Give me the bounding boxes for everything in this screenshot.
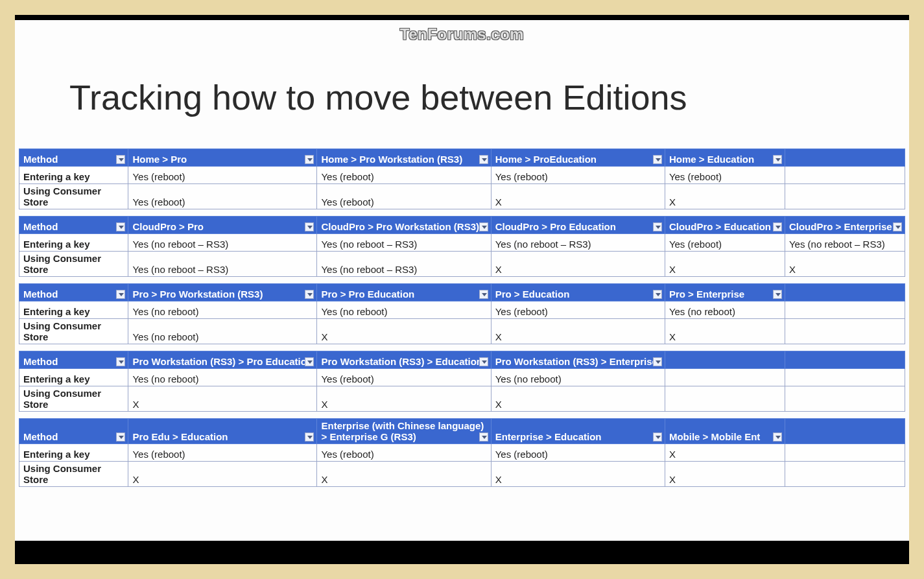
col-header[interactable]: Enterprise (with Chinese language) > Ent…	[317, 419, 491, 444]
filter-dropdown-icon[interactable]	[116, 222, 125, 231]
filter-dropdown-icon[interactable]	[116, 290, 125, 299]
cell: Yes (reboot)	[665, 234, 785, 252]
col-header[interactable]: Pro Workstation (RS3) > Enterprise	[491, 351, 665, 369]
col-header[interactable]: Pro Workstation (RS3) > Pro Education	[128, 351, 317, 369]
col-header[interactable]: CloudPro > Pro Education	[491, 217, 665, 234]
cell: X	[128, 386, 317, 412]
col-header[interactable]: CloudPro > Pro Workstation (RS3)	[317, 217, 491, 234]
cell: Yes (reboot)	[317, 444, 491, 462]
cell: X	[665, 319, 785, 344]
table-row: Using Consumer StoreYes (no reboot)XXX	[19, 319, 905, 344]
col-label: Pro Edu > Education	[132, 431, 228, 442]
col-header[interactable]: Pro Edu > Education	[128, 419, 317, 444]
cell: Yes (no reboot)	[317, 301, 491, 319]
col-method[interactable]: Method	[19, 284, 128, 301]
col-label: Method	[23, 356, 58, 367]
cell: X	[665, 252, 785, 277]
filter-dropdown-icon[interactable]	[479, 155, 488, 164]
cell	[785, 462, 905, 487]
col-header[interactable]: Home > Pro	[128, 149, 317, 167]
cell: X	[665, 444, 785, 462]
cell: Yes (no reboot – RS3)	[491, 234, 665, 252]
cell	[785, 167, 905, 184]
col-method[interactable]: Method	[19, 351, 128, 369]
filter-dropdown-icon[interactable]	[653, 222, 662, 231]
col-label: Enterprise (with Chinese language) > Ent…	[321, 420, 484, 442]
cell: X	[317, 386, 491, 412]
col-header[interactable]: Home > Pro Workstation (RS3)	[317, 149, 491, 167]
col-label: Method	[23, 154, 58, 165]
filter-dropdown-icon[interactable]	[653, 357, 662, 366]
col-header[interactable]: Pro > Pro Workstation (RS3)	[128, 284, 317, 301]
filter-dropdown-icon[interactable]	[773, 222, 782, 231]
col-header[interactable]: CloudPro > Pro	[128, 217, 317, 234]
cell: Yes (no reboot – RS3)	[128, 252, 317, 277]
row-label: Entering a key	[19, 301, 128, 319]
filter-dropdown-icon[interactable]	[653, 155, 662, 164]
col-label: Mobile > Mobile Ent	[669, 431, 760, 442]
col-header[interactable]: Home > ProEducation	[491, 149, 665, 167]
col-header[interactable]: Pro > Education	[491, 284, 665, 301]
col-header[interactable]: Enterprise > Education	[491, 419, 665, 444]
row-label: Using Consumer Store	[19, 462, 128, 487]
cell: X	[491, 462, 665, 487]
col-label: Enterprise > Education	[495, 431, 602, 442]
filter-dropdown-icon[interactable]	[479, 290, 488, 299]
filter-dropdown-icon[interactable]	[305, 290, 314, 299]
row-label: Using Consumer Store	[19, 184, 128, 209]
edition-table: MethodHome > ProHome > Pro Workstation (…	[19, 148, 905, 209]
col-label: CloudPro > Pro Workstation (RS3)	[321, 221, 479, 232]
filter-dropdown-icon[interactable]	[305, 432, 314, 442]
col-header[interactable]: Home > Education	[665, 149, 785, 167]
col-header[interactable]: CloudPro > Education	[665, 217, 785, 234]
cell: Yes (reboot)	[128, 167, 317, 184]
table-row: Entering a keyYes (reboot)Yes (reboot)Ye…	[19, 167, 905, 184]
col-label: Pro > Pro Workstation (RS3)	[132, 289, 263, 300]
filter-dropdown-icon[interactable]	[116, 155, 125, 164]
col-header[interactable]: Pro Workstation (RS3) > Education	[317, 351, 491, 369]
cell: X	[665, 462, 785, 487]
filter-dropdown-icon[interactable]	[305, 222, 314, 231]
filter-dropdown-icon[interactable]	[116, 432, 125, 442]
filter-dropdown-icon[interactable]	[479, 432, 488, 442]
edition-table: MethodPro > Pro Workstation (RS3)Pro > P…	[19, 283, 905, 344]
col-empty	[665, 351, 785, 369]
filter-dropdown-icon[interactable]	[653, 432, 662, 442]
cell: X	[785, 252, 905, 277]
cell: Yes (no reboot – RS3)	[785, 234, 905, 252]
cell: X	[491, 252, 665, 277]
filter-dropdown-icon[interactable]	[479, 357, 488, 366]
cell: Yes (no reboot)	[128, 319, 317, 344]
filter-dropdown-icon[interactable]	[305, 357, 314, 366]
col-header[interactable]: CloudPro > Enterprise	[785, 217, 905, 234]
table-row: Using Consumer StoreXXXX	[19, 462, 905, 487]
cell: Yes (no reboot)	[491, 369, 665, 386]
col-method[interactable]: Method	[19, 149, 128, 167]
row-label: Using Consumer Store	[19, 386, 128, 412]
filter-dropdown-icon[interactable]	[773, 155, 782, 164]
cell	[665, 386, 785, 412]
cell	[785, 386, 905, 412]
cell: X	[128, 462, 317, 487]
col-empty	[785, 149, 905, 167]
col-method[interactable]: Method	[19, 419, 128, 444]
cell	[665, 369, 785, 386]
filter-dropdown-icon[interactable]	[893, 222, 902, 231]
filter-dropdown-icon[interactable]	[653, 290, 662, 299]
cell: Yes (no reboot)	[128, 369, 317, 386]
col-header[interactable]: Mobile > Mobile Ent	[665, 419, 785, 444]
col-header[interactable]: Pro > Pro Education	[317, 284, 491, 301]
filter-dropdown-icon[interactable]	[773, 290, 782, 299]
filter-dropdown-icon[interactable]	[773, 432, 782, 442]
filter-dropdown-icon[interactable]	[305, 155, 314, 164]
slide: TenForums.com Tracking how to move betwe…	[15, 20, 909, 541]
col-method[interactable]: Method	[19, 217, 128, 234]
col-header[interactable]: Pro > Enterprise	[665, 284, 785, 301]
cell: X	[317, 319, 491, 344]
col-label: CloudPro > Enterprise	[789, 221, 892, 232]
filter-dropdown-icon[interactable]	[479, 222, 488, 231]
watermark: TenForums.com	[15, 25, 909, 43]
cell: Yes (reboot)	[317, 167, 491, 184]
filter-dropdown-icon[interactable]	[116, 357, 125, 366]
cell: Yes (reboot)	[491, 444, 665, 462]
